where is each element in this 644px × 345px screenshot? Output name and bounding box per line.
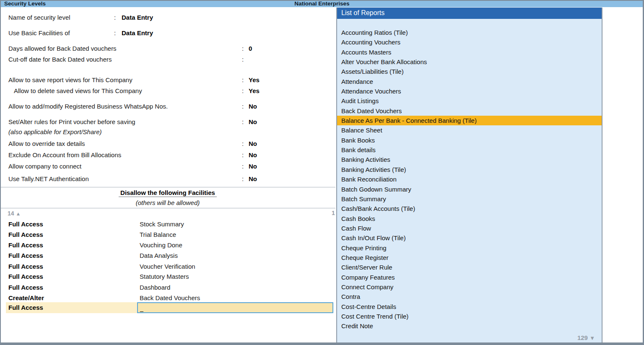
field-label: Set/Alter rules for Print voucher before… (8, 118, 135, 125)
divider (1, 187, 335, 187)
field-value[interactable]: No (249, 151, 257, 158)
field-value[interactable]: Data Entry (122, 29, 153, 36)
report-list-item[interactable]: Assets/Liabilities (Tile) (337, 67, 602, 76)
report-list-item[interactable]: Cost-Centre Details (337, 302, 602, 311)
report-list-item[interactable]: Contra (337, 292, 602, 301)
company-name: National Enterprises (0, 0, 644, 7)
panel-title: List of Reports (337, 8, 602, 19)
report-list-item[interactable]: Company Features (337, 272, 602, 282)
access-type-value: Full Access (8, 304, 43, 311)
divider (1, 208, 335, 208)
field-value[interactable]: Yes (249, 87, 260, 94)
report-list-item[interactable]: Cash Flow (337, 223, 602, 233)
field-value[interactable]: 0 (249, 45, 252, 52)
facility-row[interactable]: Full Access Dashboard (0, 284, 335, 292)
field-label: Allow to delete saved views for This Com… (14, 87, 142, 94)
field-label: Allow to save report views for This Comp… (8, 76, 132, 83)
form-row-tallynet-auth: Use Tally.NET Authentication : No (0, 175, 335, 183)
report-list-item[interactable]: Banking Activities (Tile) (337, 165, 602, 174)
field-colon: : (242, 151, 244, 158)
report-list-item[interactable]: Balance Sheet (337, 125, 602, 135)
field-colon: : (114, 29, 116, 36)
field-value[interactable]: Yes (249, 76, 260, 83)
form-row-override-tax: Allow to override tax details : No (0, 140, 335, 148)
report-list-item[interactable]: Accounting Vouchers (337, 37, 602, 47)
title-bar: Security Levels National Enterprises (0, 0, 644, 7)
text-cursor: _ (140, 305, 143, 312)
report-list-item[interactable]: Batch Godown Summary (337, 184, 602, 194)
report-list-item[interactable]: Alter Voucher Bank Allocations (337, 57, 602, 67)
report-list-item[interactable]: Bank details (337, 145, 602, 155)
report-list-item[interactable]: Cash In/Out Flow (Tile) (337, 233, 602, 243)
background-area (602, 8, 644, 345)
form-row-cutoff-date: Cut-off date for Back Dated vouchers : (0, 56, 335, 64)
form-row-delete-saved-views: Allow to delete saved views for This Com… (0, 87, 335, 95)
report-list-item[interactable]: Cost Centre Trend (Tile) (337, 311, 602, 321)
field-label: Allow company to connect (8, 163, 81, 170)
report-list-item[interactable]: Attendance Vouchers (337, 86, 602, 96)
report-list-item[interactable]: Batch Summary (337, 194, 602, 204)
list-of-reports-panel: List of Reports Accounting Ratios (Tile)… (336, 8, 602, 345)
down-arrow-icon: ▼ (589, 335, 595, 341)
facility-row[interactable]: Full Access Statutory Masters (0, 273, 335, 281)
field-label: Days allowed for Back Dated vouchers (8, 45, 117, 52)
facility-row[interactable]: Full Access Data Analysis (0, 252, 335, 260)
field-colon: : (242, 118, 244, 125)
field-value[interactable]: No (249, 140, 257, 147)
field-label: Name of security level (8, 14, 70, 21)
form-row-save-report-views: Allow to save report views for This Comp… (0, 76, 335, 84)
report-list-item[interactable]: Bank Books (337, 135, 602, 145)
field-label: Cut-off date for Back Dated vouchers (8, 56, 112, 63)
report-list-item[interactable]: Client/Server Rule (337, 262, 602, 272)
facility-row[interactable]: Full Access Vouching Done (0, 241, 335, 250)
field-colon: : (242, 163, 244, 170)
report-list-item[interactable]: Connect Company (337, 282, 602, 292)
field-label: Use Tally.NET Authentication (8, 175, 89, 182)
form-row-days-back-dated: Days allowed for Back Dated vouchers : 0 (0, 45, 335, 53)
field-label: Allow to override tax details (8, 140, 85, 147)
field-colon: : (242, 140, 244, 147)
field-colon: : (242, 45, 244, 52)
facility-row-active[interactable]: Full Access _ (6, 302, 333, 313)
report-list-item[interactable]: Bank Reconciliation (337, 174, 602, 184)
disallow-section-heading: Disallow the following Facilities (0, 189, 335, 197)
report-list-item[interactable]: Cash/Bank Accounts (Tile) (337, 204, 602, 213)
report-list-item[interactable]: Back Dated Vouchers (337, 106, 602, 116)
report-list-item[interactable]: Accounts Masters (337, 47, 602, 57)
field-label: Use Basic Facilities of (8, 29, 70, 36)
form-note-export-share: (also applicable for Export/Share) (8, 128, 102, 135)
field-value[interactable]: No (249, 175, 257, 182)
field-value[interactable]: Data Entry (122, 14, 153, 21)
report-list-item[interactable]: Audit Listings (337, 96, 602, 106)
facility-row[interactable]: Full Access Voucher Verification (0, 263, 335, 271)
list-scroll-up-indicator[interactable]: 14 ▲ (8, 210, 21, 217)
field-value[interactable]: No (249, 163, 257, 170)
field-colon: : (242, 76, 244, 83)
form-row-exclude-on-account: Exclude On Account from Bill Allocations… (0, 151, 335, 159)
disallow-section-subheading: (others will be allowed) (0, 199, 335, 206)
report-list-item[interactable]: Accounting Ratios (Tile) (337, 28, 602, 37)
report-list-item[interactable]: Cheque Printing (337, 243, 602, 253)
report-list-item[interactable]: Credit Note (337, 321, 602, 331)
report-list-item[interactable]: Cheque Register (337, 253, 602, 262)
report-list-item-selected[interactable]: Balance As Per Bank - Connected Banking … (337, 116, 602, 125)
form-row-allow-company-connect: Allow company to connect : No (0, 163, 335, 171)
facility-row[interactable]: Full Access Stock Summary (0, 220, 335, 229)
list-scroll-down-indicator[interactable]: 129 ▼ (577, 334, 595, 341)
form-row-print-voucher-rules: Set/Alter rules for Print voucher before… (0, 118, 335, 126)
field-value[interactable]: No (249, 118, 257, 125)
form-row-whatsapp-nos: Allow to add/modify Registered Business … (0, 103, 335, 111)
facility-report-input[interactable]: _ (137, 302, 333, 313)
field-value[interactable]: No (249, 103, 257, 110)
facility-row[interactable]: Full Access Trial Balance (0, 231, 335, 239)
report-list-item[interactable]: Banking Activities (337, 155, 602, 164)
form-row-use-basic-facilities: Use Basic Facilities of : Data Entry (0, 29, 335, 37)
up-arrow-icon: ▲ (16, 211, 21, 217)
field-colon: : (114, 14, 116, 21)
field-label: Exclude On Account from Bill Allocations (8, 151, 121, 158)
report-list-item[interactable]: Cash Books (337, 214, 602, 223)
field-label: Allow to add/modify Registered Business … (8, 103, 168, 110)
facility-row[interactable]: Create/Alter Back Dated Vouchers (0, 294, 335, 303)
field-colon: : (242, 87, 244, 94)
report-list-item[interactable]: Attendance (337, 77, 602, 86)
